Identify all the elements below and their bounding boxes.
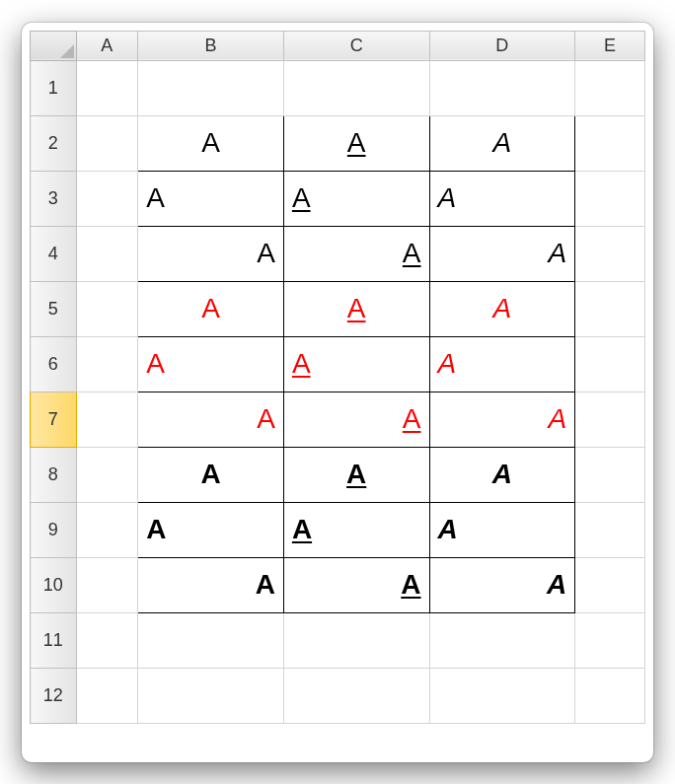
cell-e9[interactable]: [575, 502, 645, 557]
cell-a10[interactable]: [76, 557, 138, 612]
row-header-7[interactable]: 7: [31, 392, 77, 447]
cell-d4[interactable]: A: [429, 226, 575, 281]
col-header-a[interactable]: A: [76, 31, 138, 60]
cell-a8[interactable]: [76, 447, 138, 502]
cell-e6[interactable]: [575, 336, 645, 392]
cell-a11[interactable]: [76, 612, 138, 668]
cell-e3[interactable]: [575, 171, 645, 226]
cell-value: A: [292, 348, 311, 379]
col-header-e[interactable]: E: [575, 31, 645, 60]
cell-c1[interactable]: [283, 60, 429, 115]
cell-a7[interactable]: [76, 392, 138, 447]
cell-e12[interactable]: [575, 668, 645, 723]
cell-b9[interactable]: A: [138, 502, 284, 557]
cell-b5[interactable]: A: [138, 281, 284, 336]
cell-b7[interactable]: A: [138, 392, 284, 447]
cell-d5[interactable]: A: [429, 281, 575, 336]
select-all-corner[interactable]: [31, 31, 77, 60]
cell-value: A: [146, 514, 166, 544]
cell-value: A: [493, 127, 512, 158]
cell-e2[interactable]: [575, 115, 645, 171]
col-header-c[interactable]: C: [283, 31, 429, 60]
cell-c4[interactable]: A: [283, 226, 429, 281]
cell-a3[interactable]: [76, 171, 138, 226]
cell-value: A: [493, 293, 512, 323]
cell-e5[interactable]: [575, 281, 645, 336]
cell-a4[interactable]: [76, 226, 138, 281]
cell-d6[interactable]: A: [429, 336, 575, 392]
cell-value: A: [146, 348, 165, 379]
cell-b12[interactable]: [138, 668, 284, 723]
cell-value: A: [492, 459, 512, 489]
cell-value: A: [549, 238, 567, 268]
cell-a2[interactable]: [76, 115, 138, 171]
row-header-6[interactable]: 6: [31, 336, 77, 392]
cell-b4[interactable]: A: [138, 226, 284, 281]
cell-c5[interactable]: A: [283, 281, 429, 336]
cell-c11[interactable]: [283, 612, 429, 668]
cell-b8[interactable]: A: [138, 447, 284, 502]
col-header-d[interactable]: D: [429, 31, 575, 60]
cell-e7[interactable]: [575, 392, 645, 447]
cell-d10[interactable]: A: [429, 557, 575, 612]
select-all-triangle-icon: [60, 44, 74, 58]
cell-b1[interactable]: [138, 60, 284, 115]
row-header-3[interactable]: 3: [31, 171, 77, 226]
cell-value: A: [403, 238, 421, 268]
cell-d3[interactable]: A: [429, 171, 575, 226]
row-header-10[interactable]: 10: [31, 557, 77, 612]
sheet-table: A B C D E 12AAA3AAA4AAA5AAA6AAA7AAA8AAA9…: [30, 31, 645, 724]
cell-value: A: [547, 569, 566, 600]
cell-c8[interactable]: A: [283, 447, 429, 502]
cell-d9[interactable]: A: [429, 502, 575, 557]
col-header-b[interactable]: B: [138, 31, 284, 60]
row-header-8[interactable]: 8: [31, 447, 77, 502]
window-frame: A B C D E 12AAA3AAA4AAA5AAA6AAA7AAA8AAA9…: [22, 23, 653, 762]
cell-c10[interactable]: A: [283, 557, 429, 612]
cell-value: A: [347, 293, 366, 323]
cell-value: A: [401, 569, 420, 600]
cell-c6[interactable]: A: [283, 336, 429, 392]
cell-b11[interactable]: [138, 612, 284, 668]
cell-e1[interactable]: [575, 60, 645, 115]
spreadsheet-grid[interactable]: A B C D E 12AAA3AAA4AAA5AAA6AAA7AAA8AAA9…: [30, 31, 645, 754]
cell-c3[interactable]: A: [283, 171, 429, 226]
cell-value: A: [257, 403, 275, 434]
cell-b6[interactable]: A: [138, 336, 284, 392]
cell-e4[interactable]: [575, 226, 645, 281]
cell-a1[interactable]: [76, 60, 138, 115]
cell-c7[interactable]: A: [283, 392, 429, 447]
cell-e11[interactable]: [575, 612, 645, 668]
row-header-11[interactable]: 11: [31, 612, 77, 668]
row-header-9[interactable]: 9: [31, 502, 77, 557]
cell-d2[interactable]: A: [429, 115, 575, 171]
cell-d12[interactable]: [429, 668, 575, 723]
cell-b2[interactable]: A: [138, 115, 284, 171]
row-header-1[interactable]: 1: [31, 60, 77, 115]
cell-value: A: [201, 127, 220, 158]
cell-c2[interactable]: A: [283, 115, 429, 171]
row-header-4[interactable]: 4: [31, 226, 77, 281]
cell-a5[interactable]: [76, 281, 138, 336]
cell-a9[interactable]: [76, 502, 138, 557]
cell-e10[interactable]: [575, 557, 645, 612]
row-header-5[interactable]: 5: [31, 281, 77, 336]
cell-value: A: [201, 293, 220, 323]
cell-value: A: [292, 182, 311, 213]
cell-b10[interactable]: A: [138, 557, 284, 612]
cell-value: A: [257, 238, 275, 268]
cell-e8[interactable]: [575, 447, 645, 502]
cell-d1[interactable]: [429, 60, 575, 115]
cell-d11[interactable]: [429, 612, 575, 668]
cell-a6[interactable]: [76, 336, 138, 392]
cell-b3[interactable]: A: [138, 171, 284, 226]
cell-d8[interactable]: A: [429, 447, 575, 502]
cell-value: A: [438, 514, 458, 544]
cell-c9[interactable]: A: [283, 502, 429, 557]
cell-a12[interactable]: [76, 668, 138, 723]
cell-d7[interactable]: A: [429, 392, 575, 447]
row-header-12[interactable]: 12: [31, 668, 77, 723]
cell-c12[interactable]: [283, 668, 429, 723]
row-header-2[interactable]: 2: [31, 115, 77, 171]
cell-value: A: [549, 403, 567, 434]
